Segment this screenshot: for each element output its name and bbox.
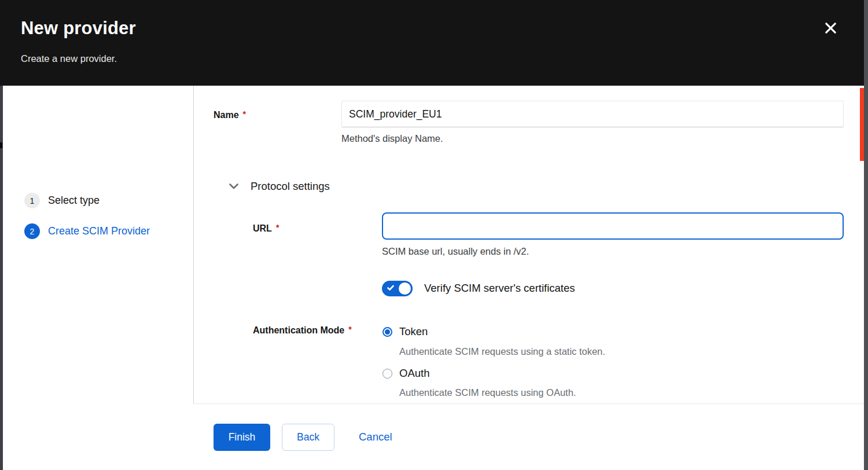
url-input[interactable] (382, 212, 844, 240)
verify-certificates-toggle[interactable] (382, 281, 413, 296)
radio-token[interactable] (382, 327, 392, 337)
radio-oauth-label[interactable]: OAuth (399, 367, 429, 380)
wizard-nav: 1 Select type 2 Create SCIM Provider (3, 86, 194, 403)
page-subtitle: Create a new provider. (21, 53, 117, 64)
new-provider-modal: New provider Create a new provider. 1 Se… (0, 0, 868, 470)
protocol-settings-label: Protocol settings (251, 180, 330, 193)
authentication-mode-label: Authentication Mode* (253, 325, 352, 336)
name-label: Name* (214, 110, 246, 120)
chevron-down-icon (229, 183, 238, 189)
backdrop-edge-right (864, 0, 868, 470)
required-asterisk: * (348, 325, 351, 334)
radio-token-helper: Authenticate SCIM requests using a stati… (399, 346, 605, 357)
radio-token-label[interactable]: Token (399, 325, 428, 338)
name-helper-text: Method's display Name. (341, 133, 443, 144)
name-input[interactable] (341, 101, 844, 127)
wizard-step-select-type[interactable]: Select type (48, 194, 100, 207)
required-asterisk: * (243, 109, 246, 119)
modal-header: New provider Create a new provider. (0, 0, 864, 86)
back-button[interactable]: Back (282, 424, 334, 451)
close-icon (824, 21, 837, 35)
footer-divider (193, 403, 864, 404)
scrollbar-thumb[interactable] (860, 88, 864, 161)
backdrop-left-tick (0, 142, 2, 148)
cancel-link[interactable]: Cancel (359, 431, 392, 443)
wizard-step-2-number: 2 (24, 223, 40, 239)
close-button[interactable] (819, 17, 841, 38)
toggle-knob (399, 282, 411, 295)
url-helper-text: SCIM base url, usually ends in /v2. (382, 246, 529, 257)
radio-oauth[interactable] (382, 369, 392, 379)
page-title: New provider (21, 18, 136, 39)
check-icon (387, 284, 395, 292)
wizard-step-1-number: 1 (24, 193, 40, 208)
wizard-step-create-scim-provider[interactable]: Create SCIM Provider (48, 225, 150, 237)
finish-button[interactable]: Finish (214, 424, 270, 451)
verify-certificates-label[interactable]: Verify SCIM server's certificates (424, 282, 575, 295)
radio-oauth-helper: Authenticate SCIM requests using OAuth. (399, 387, 576, 398)
protocol-settings-expander[interactable]: Protocol settings (229, 180, 330, 193)
url-label: URL* (253, 223, 279, 234)
required-asterisk: * (276, 223, 279, 232)
